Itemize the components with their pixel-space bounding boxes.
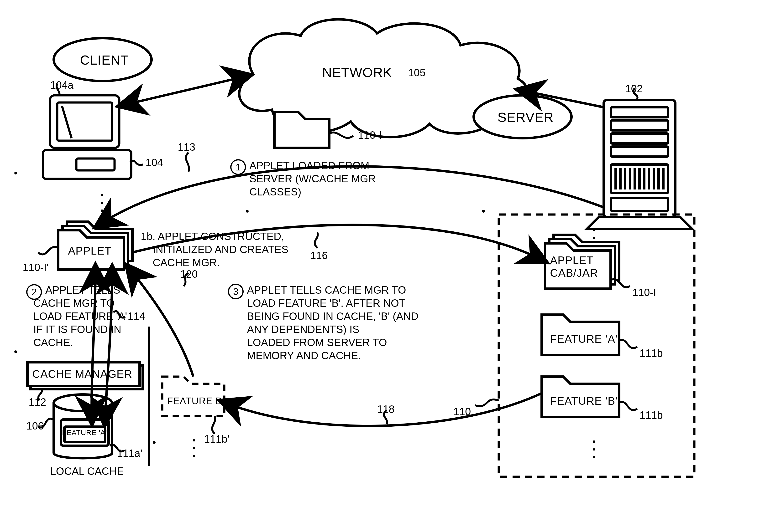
client-label: CLIENT	[80, 52, 129, 68]
ref-114: 114	[128, 310, 145, 323]
folder-110I-top	[275, 112, 329, 148]
dot	[246, 210, 249, 213]
step3-l4: ANY DEPENDENTS) IS	[247, 323, 360, 336]
step2-l1: APPLET TELLS	[45, 284, 120, 297]
ref-110-Ip: 110-I'	[23, 261, 49, 274]
step2-l5: CACHE.	[33, 336, 73, 349]
step2-l2: CACHE MGR TO	[33, 297, 115, 310]
ref-112: 112	[29, 396, 46, 408]
vdots-1: ···	[100, 191, 104, 214]
applet-cabjar-l1: APPLET	[550, 254, 593, 267]
ref-113: 113	[178, 140, 195, 153]
svg-rect-1	[57, 103, 112, 140]
step3-l1: APPLET TELLS CACHE MGR TO	[247, 284, 406, 297]
local-cache-label: LOCAL CACHE	[50, 465, 124, 478]
dot	[482, 210, 485, 213]
ref-118: 118	[377, 403, 394, 416]
ref-102: 102	[625, 82, 643, 95]
ref-120: 120	[180, 268, 198, 281]
server-tower	[587, 100, 692, 229]
svg-rect-6	[611, 107, 668, 117]
vdots-4: ···	[592, 437, 596, 461]
circled-1: 1	[230, 159, 246, 175]
vdots-3: ···	[592, 218, 596, 242]
step2-l4: IF IT IS FOUND IN	[33, 323, 121, 336]
svg-rect-0	[50, 95, 119, 148]
step1b-l3: CACHE MGR.	[153, 256, 220, 269]
svg-rect-9	[611, 146, 668, 156]
feature-a-label: FEATURE 'A'	[550, 333, 617, 345]
local-cache-cylinder	[54, 395, 112, 458]
applet-folder-label: APPLET	[68, 244, 111, 257]
step1-l1: APPLET LOADED FROM	[249, 159, 370, 172]
step2-l3: LOAD FEATURE 'A'	[33, 310, 127, 323]
ref-106: 106	[26, 419, 44, 432]
svg-rect-3	[43, 150, 131, 179]
step3-l5: LOADED FROM SERVER TO	[247, 336, 387, 349]
svg-rect-22	[611, 198, 668, 211]
svg-rect-8	[611, 133, 668, 143]
step1-l2: SERVER (W/CACHE MGR	[249, 172, 376, 185]
step3-l3: BEING FOUND IN CACHE, 'B' (AND	[247, 310, 418, 323]
dot	[153, 441, 156, 444]
step1-l3: CLASSES)	[249, 185, 302, 198]
step3-l6: MEMORY AND CACHE.	[247, 349, 361, 362]
ref-111b: 111b	[639, 347, 663, 360]
ref-105: 105	[408, 66, 425, 79]
svg-line-2	[62, 106, 72, 138]
ref-111bp: 111b'	[204, 432, 229, 445]
dot	[14, 350, 17, 353]
ref-111b-2: 111b	[639, 409, 663, 422]
ref-116: 116	[310, 249, 328, 262]
dot	[14, 171, 17, 174]
ref-104a: 104a	[50, 79, 74, 92]
server-label: SERVER	[497, 109, 553, 126]
arrow-120	[130, 269, 193, 377]
ref-104: 104	[146, 156, 163, 169]
vdots-2: ···	[192, 436, 196, 460]
svg-rect-4	[76, 158, 115, 170]
feature-b-dashed-label: FEATURE B	[167, 396, 222, 406]
svg-point-25	[54, 395, 112, 411]
feature-a-small-label: FEATURE 'A'	[62, 428, 107, 437]
ref-110: 110	[453, 405, 471, 418]
cache-manager-label: CACHE MANAGER	[32, 368, 132, 381]
diagram-stage: CLIENT SERVER NETWORK 105 104a 104 102 1…	[0, 0, 765, 532]
feature-b-label: FEATURE 'B'	[550, 395, 617, 407]
client-computer	[43, 95, 131, 179]
network-label: NETWORK	[322, 64, 392, 81]
svg-rect-7	[611, 121, 668, 131]
ref-111ap: 111a'	[117, 447, 142, 460]
circled-3: 3	[228, 284, 244, 299]
step1b-l1: 1b. APPLET CONSTRUCTED,	[141, 230, 284, 243]
step1b-l2: INITIALIZED AND CREATES	[153, 243, 289, 256]
svg-rect-5	[604, 100, 675, 217]
svg-rect-10	[611, 164, 668, 193]
ref-110-I: 110-I	[358, 129, 382, 141]
server-assets-box	[499, 214, 694, 477]
applet-cabjar-l2: CAB/JAR	[550, 266, 598, 279]
step3-l2: LOAD FEATURE 'B'. AFTER NOT	[247, 297, 405, 310]
ref-110-I-2: 110-I	[632, 286, 656, 299]
